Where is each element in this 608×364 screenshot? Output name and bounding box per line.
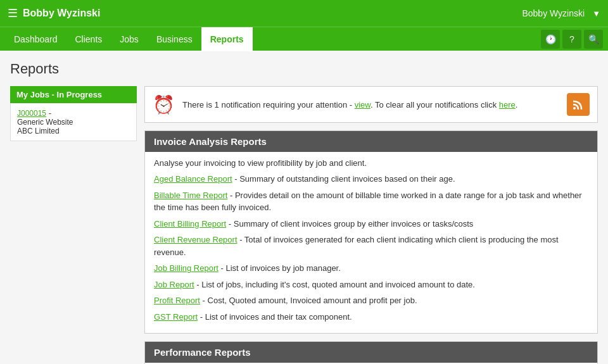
sidebar: My Jobs - In Progress J000015 - Generic … <box>10 86 137 364</box>
aged-balance-report-desc: - Summary of outstanding client invoices… <box>234 174 455 184</box>
clock-icon: 🕐 <box>545 34 556 44</box>
job-billing-report-desc: - List of invoices by job manager. <box>221 263 341 273</box>
page-title: Reports <box>10 61 598 77</box>
report-item-profit: Profit Report - Cost, Quoted amount, Inv… <box>154 294 588 307</box>
alarm-icon: ⏰ <box>153 94 175 115</box>
sidebar-content: J000015 - Generic Website ABC Limited <box>10 103 137 141</box>
aged-balance-report-link[interactable]: Aged Balance Report <box>154 174 232 184</box>
content-area: ⏰ There is 1 notification requiring your… <box>144 86 598 364</box>
report-item-billable-time: Billable Time Report - Provides detail o… <box>154 189 588 214</box>
notification-view-link[interactable]: view <box>355 100 370 110</box>
profit-report-link[interactable]: Profit Report <box>154 296 200 305</box>
invoice-analysis-section: Invoice Analysis Reports Analyse your in… <box>144 130 598 334</box>
invoice-section-intro: Analyse your invoicing to view profitibi… <box>154 158 588 168</box>
help-icon: ? <box>569 34 574 44</box>
notification-text-before: There is 1 notification requiring your a… <box>182 100 355 110</box>
sidebar-job-client: ABC Limited <box>17 127 130 135</box>
performance-section-header: Performance Reports <box>145 342 597 363</box>
nav-item-jobs[interactable]: Jobs <box>111 27 148 51</box>
billable-time-report-link[interactable]: Billable Time Report <box>154 191 227 200</box>
client-billing-report-link[interactable]: Client Billing Report <box>154 219 226 229</box>
client-billing-report-desc: - Summary of client invoices group by ei… <box>229 219 474 229</box>
performance-section: Performance Reports Analyse how your tea… <box>144 341 598 364</box>
notification-text: There is 1 notification requiring your a… <box>182 100 559 110</box>
notification-here-link[interactable]: here <box>499 100 516 110</box>
invoice-section-header: Invoice Analysis Reports <box>145 131 597 152</box>
nav-item-dashboard[interactable]: Dashboard <box>5 27 66 51</box>
nav-item-clients[interactable]: Clients <box>66 27 111 51</box>
job-report-desc: - List of jobs, including it's cost, quo… <box>196 280 475 289</box>
report-item-client-revenue: Client Revenue Report - Total of invoice… <box>154 234 588 258</box>
nav-item-business[interactable]: Business <box>148 27 201 51</box>
hamburger-icon[interactable]: ☰ <box>8 6 18 20</box>
report-item-aged-balance: Aged Balance Report - Summary of outstan… <box>154 173 588 185</box>
job-billing-report-link[interactable]: Job Billing Report <box>154 263 218 273</box>
search-icon: 🔍 <box>588 34 599 44</box>
report-item-job-billing: Job Billing Report - List of invoices by… <box>154 262 588 275</box>
sidebar-job-name: Generic Website <box>17 118 130 127</box>
top-bar-left: ☰ Bobby Wyzinski <box>8 6 100 20</box>
help-icon-btn[interactable]: ? <box>562 30 581 49</box>
report-item-job-report: Job Report - List of jobs, including it'… <box>154 279 588 291</box>
nav-right-icons: 🕐 ? 🔍 <box>541 30 603 49</box>
notification-text-middle: . To clear all your notifications click <box>370 100 499 110</box>
sidebar-section-title: My Jobs - In Progress <box>10 86 137 103</box>
svg-point-0 <box>573 107 576 110</box>
page-container: Reports My Jobs - In Progress J000015 - … <box>0 51 608 364</box>
job-report-link[interactable]: Job Report <box>154 280 194 289</box>
sidebar-job-link[interactable]: J000015 <box>17 109 46 118</box>
invoice-section-body: Analyse your invoicing to view profitibi… <box>145 152 597 333</box>
search-icon-btn[interactable]: 🔍 <box>584 30 603 49</box>
nav-bar: Dashboard Clients Jobs Business Reports … <box>0 27 608 51</box>
notification-box: ⏰ There is 1 notification requiring your… <box>144 86 598 123</box>
report-item-gst: GST Report - List of invoices and their … <box>154 311 588 323</box>
profit-report-desc: - Cost, Quoted amount, Invoiced amount a… <box>203 296 417 305</box>
gst-report-desc: - List of invoices and their tax compone… <box>200 312 352 322</box>
user-name: Bobby Wyzinski <box>522 8 585 18</box>
client-revenue-report-link[interactable]: Client Revenue Report <box>154 235 238 244</box>
app-title: Bobby Wyzinski <box>23 8 100 19</box>
nav-item-reports[interactable]: Reports <box>201 27 253 51</box>
rss-icon[interactable] <box>567 93 590 116</box>
clock-icon-btn[interactable]: 🕐 <box>541 30 560 49</box>
user-dropdown-icon[interactable]: ▼ <box>592 9 600 18</box>
top-bar: ☰ Bobby Wyzinski Bobby Wyzinski ▼ <box>0 0 608 27</box>
top-bar-right: Bobby Wyzinski ▼ <box>522 8 600 18</box>
report-item-client-billing: Client Billing Report - Summary of clien… <box>154 218 588 230</box>
sidebar-job-separator: - <box>49 108 51 118</box>
gst-report-link[interactable]: GST Report <box>154 312 198 322</box>
notification-text-end: . <box>516 100 518 110</box>
main-layout: My Jobs - In Progress J000015 - Generic … <box>10 86 598 364</box>
